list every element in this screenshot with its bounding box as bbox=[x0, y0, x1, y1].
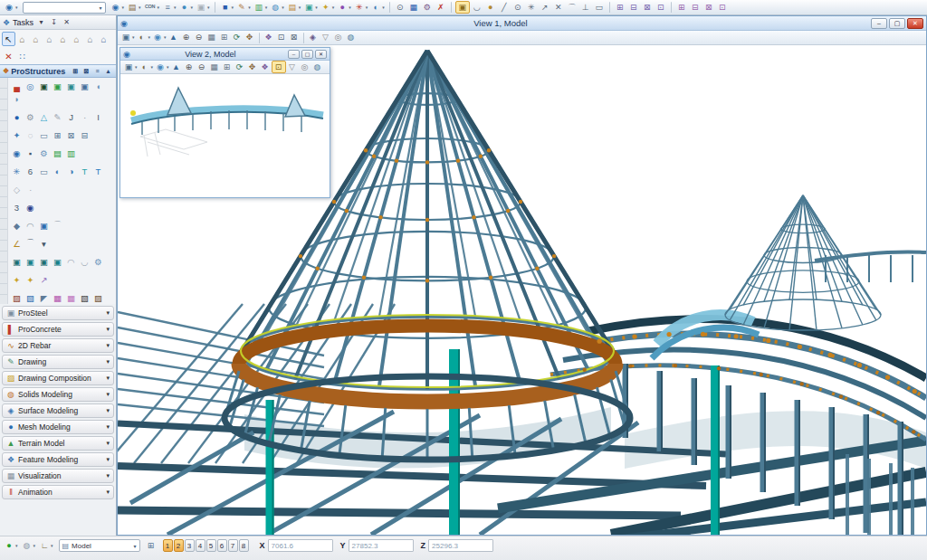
tool-icon[interactable]: ▧ bbox=[24, 292, 36, 304]
zoom-in-icon[interactable]: ⊕ bbox=[180, 32, 193, 44]
active-workset-icon[interactable]: ◉ bbox=[110, 1, 126, 14]
active-level-combo[interactable] bbox=[23, 2, 106, 14]
intersect-icon[interactable]: ✕ bbox=[552, 1, 565, 14]
raster-manager-icon[interactable]: ▤ bbox=[286, 1, 302, 14]
panel-animation[interactable]: ‖ Animation ▾ bbox=[2, 485, 114, 499]
snap-mode-icon[interactable]: ● bbox=[3, 539, 19, 553]
stretch-element-icon[interactable]: ⊡ bbox=[716, 1, 729, 14]
tool-icon[interactable]: ◗ bbox=[11, 93, 23, 105]
view-toggle-8[interactable]: 8 bbox=[239, 539, 249, 552]
tool-icon[interactable]: ▦ bbox=[65, 292, 77, 304]
z-value-field[interactable]: 25296.3 bbox=[428, 539, 493, 552]
tool-icon[interactable]: ⚙ bbox=[24, 111, 36, 123]
mirror-element-icon[interactable]: ⊞ bbox=[675, 1, 688, 14]
window-area-icon[interactable]: ⊞ bbox=[218, 32, 231, 44]
tool-icon[interactable]: ▭ bbox=[38, 166, 50, 177]
acs-plane-icon[interactable]: ∟ bbox=[38, 539, 54, 553]
tool-icon[interactable]: J bbox=[65, 111, 77, 123]
tool-icon[interactable]: ∠ bbox=[11, 238, 23, 250]
tool-icon[interactable]: ◇ bbox=[11, 184, 23, 195]
tool-icon[interactable]: ⚙ bbox=[38, 147, 50, 159]
view2-viewport[interactable] bbox=[120, 74, 330, 197]
layout-large-icon[interactable]: ⊞ bbox=[71, 66, 81, 76]
view-perspective-icon[interactable]: ◍ bbox=[345, 32, 358, 44]
tool-icon[interactable]: ▾ bbox=[38, 238, 50, 250]
view-toggle-4[interactable]: 4 bbox=[196, 539, 205, 552]
level-display-icon[interactable]: ▥ bbox=[253, 1, 269, 14]
tool-icon[interactable]: ∙ bbox=[79, 111, 91, 123]
view-previous-icon[interactable]: ⊡ bbox=[275, 32, 288, 44]
rotate-view-icon[interactable]: ⟳ bbox=[231, 32, 244, 44]
panel-proconcrete[interactable]: ▌ ProConcrete ▾ bbox=[2, 322, 114, 337]
tool-icon[interactable]: ▣ bbox=[38, 256, 50, 268]
tool-icon[interactable]: I bbox=[92, 111, 104, 123]
attributes-page-icon[interactable]: ▤ bbox=[126, 1, 142, 14]
tool-icon[interactable]: ✦ bbox=[11, 129, 23, 141]
tool-icon[interactable]: ◑ bbox=[65, 166, 77, 177]
place-point-icon[interactable]: ● bbox=[484, 1, 497, 14]
view-pointer-icon[interactable]: ▲ bbox=[167, 32, 180, 44]
walk-icon[interactable]: ❖ bbox=[263, 32, 275, 44]
tool-icon[interactable]: ▧ bbox=[79, 292, 91, 304]
copy-element-icon[interactable]: ⊞ bbox=[614, 1, 626, 14]
panel-2d-rebar[interactable]: ∿ 2D Rebar ▾ bbox=[2, 338, 114, 353]
view1-viewport[interactable]: ◉ View 2, Model – ▢ ✕ ▣◐◉▲⊕⊖▦⊞⟳✥❖⊡▽◎◍ bbox=[118, 45, 926, 535]
tasks-menu-caret-icon[interactable]: ▾ bbox=[36, 18, 46, 26]
tool-icon[interactable]: ▥ bbox=[65, 147, 77, 159]
tool-icon[interactable]: ✎ bbox=[52, 111, 63, 123]
tool-icon[interactable]: ⊞ bbox=[52, 129, 63, 141]
properties-icon[interactable]: ◐ bbox=[369, 1, 386, 14]
element-selection-icon[interactable]: ▣ bbox=[455, 1, 470, 14]
view-toggle-3[interactable]: 3 bbox=[185, 539, 195, 552]
adjust-brightness-icon[interactable]: ◉ bbox=[151, 32, 167, 44]
view-toggle-5[interactable]: 5 bbox=[206, 539, 216, 552]
tool-icon[interactable]: ◤ bbox=[38, 292, 50, 304]
task-building-3-icon[interactable]: ⌂ bbox=[43, 32, 56, 46]
clip-mask-icon[interactable]: ◎ bbox=[332, 32, 345, 44]
tool-icon[interactable]: ◌ bbox=[24, 129, 36, 141]
task-building-5-icon[interactable]: ⌂ bbox=[70, 32, 83, 46]
view1-titlebar[interactable]: ◉ View 1, Model – ▢ ✕ bbox=[118, 16, 926, 31]
panel-drawing[interactable]: ✎ Drawing ▾ bbox=[2, 355, 114, 369]
tool-icon[interactable]: ⌒ bbox=[52, 220, 63, 232]
active-globe-icon[interactable]: ● bbox=[178, 1, 195, 14]
annotate-icon[interactable]: ✎ bbox=[235, 1, 252, 14]
tool-icon[interactable]: ● bbox=[11, 111, 23, 123]
tool-icon[interactable]: ◠ bbox=[65, 256, 77, 268]
panel-terrain-model[interactable]: ▲ Terrain Model ▾ bbox=[2, 436, 114, 451]
view-menu-icon[interactable]: ◉ bbox=[120, 19, 128, 28]
tool-icon[interactable]: ▦ bbox=[52, 292, 63, 304]
delete-task-icon[interactable]: ✕ bbox=[2, 49, 15, 63]
tool-icon[interactable]: ◡ bbox=[79, 256, 91, 268]
tool-icon[interactable]: ◐ bbox=[52, 166, 63, 177]
task-building-1-icon[interactable]: ⌂ bbox=[15, 32, 29, 46]
align-element-icon[interactable]: ⊠ bbox=[702, 1, 715, 14]
tool-icon[interactable]: 6 bbox=[24, 166, 36, 177]
tool-icon[interactable]: ⊠ bbox=[65, 129, 77, 141]
view-attributes-icon[interactable]: ▣ bbox=[119, 32, 136, 44]
tool-icon[interactable]: ∙ bbox=[24, 184, 36, 195]
place-line-icon[interactable]: ╱ bbox=[498, 1, 511, 14]
accudraw-icon[interactable]: ▦ bbox=[407, 1, 420, 14]
dimension-task-icon[interactable]: ∷ bbox=[15, 49, 29, 63]
move-element-icon[interactable]: ⊟ bbox=[627, 1, 640, 14]
panel-drawing-composition[interactable]: ▨ Drawing Composition ▾ bbox=[2, 371, 114, 385]
tool-icon[interactable]: ▭ bbox=[38, 129, 50, 141]
point-clouds-icon[interactable]: ▣ bbox=[302, 1, 319, 14]
tool-icon[interactable]: ✦ bbox=[24, 274, 36, 286]
tool-icon[interactable]: ▣ bbox=[24, 256, 36, 268]
tool-icon[interactable]: ▣ bbox=[52, 256, 63, 268]
explorer-icon[interactable]: ✳ bbox=[353, 1, 369, 14]
rotate-element-icon[interactable]: ⊡ bbox=[655, 1, 667, 14]
tool-icon[interactable]: ◆ bbox=[11, 220, 23, 232]
tool-icon[interactable]: ▣ bbox=[38, 220, 50, 232]
tool-icon[interactable]: ◖ bbox=[92, 81, 104, 92]
settings-icon[interactable]: ⚙ bbox=[421, 1, 434, 14]
collapse-panel-icon[interactable]: ▴ bbox=[103, 66, 113, 76]
pan-view-icon[interactable]: ✥ bbox=[244, 32, 256, 44]
place-arc-icon[interactable]: ⌒ bbox=[566, 1, 578, 14]
tool-icon[interactable]: ▣ bbox=[65, 81, 77, 92]
active-style-icon[interactable]: ≡ bbox=[161, 1, 177, 14]
tool-icon[interactable]: ▨ bbox=[11, 292, 23, 304]
scale-element-icon[interactable]: ⊠ bbox=[641, 1, 654, 14]
